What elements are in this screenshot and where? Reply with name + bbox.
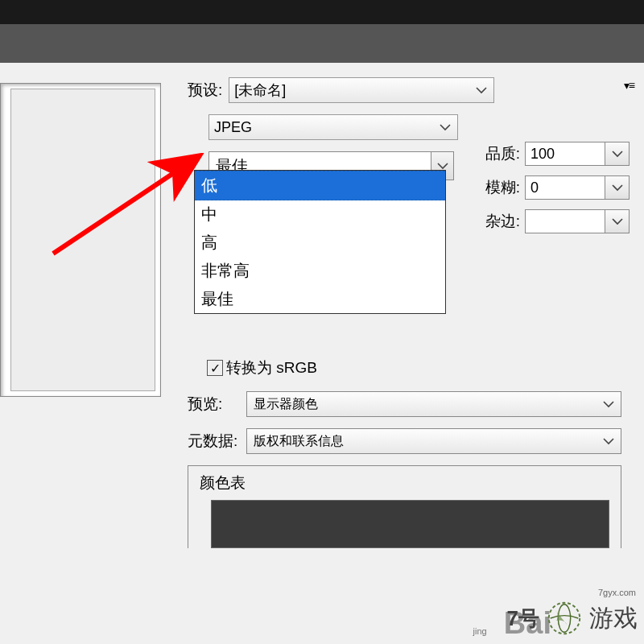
- preview-setting-row: 预览: 显示器颜色: [188, 391, 621, 417]
- chevron-down-icon: [597, 400, 621, 408]
- metadata-row: 元数据: 版权和联系信息: [188, 428, 621, 454]
- panel-menu-icon[interactable]: ▾≡: [624, 79, 634, 92]
- preview-dropdown[interactable]: 显示器颜色: [246, 391, 621, 417]
- preview-value: 显示器颜色: [254, 396, 318, 413]
- quality-option-low[interactable]: 低: [195, 171, 445, 200]
- chevron-down-icon: [597, 437, 621, 445]
- preset-value: [未命名]: [234, 80, 286, 100]
- quality-option-medium[interactable]: 中: [195, 200, 445, 229]
- preview-label: 预览:: [188, 394, 240, 415]
- metadata-value: 版权和联系信息: [254, 433, 344, 450]
- blur-stepper[interactable]: [605, 175, 630, 200]
- svg-point-1: [549, 603, 580, 634]
- window-title-bar: [0, 0, 644, 24]
- preset-label: 预设:: [188, 80, 222, 101]
- format-value: JPEG: [214, 119, 252, 136]
- watermark-7gyx: 7号 游戏 7gyx.com jing: [507, 599, 638, 638]
- watermark-cn-text: 游戏: [589, 602, 638, 635]
- watermark-num: 7号: [507, 605, 539, 633]
- matte-row: 杂边:: [480, 209, 630, 233]
- settings-panel: ▾≡ 预设: [未命名] JPEG 最佳: [173, 63, 644, 644]
- format-row: JPEG: [188, 114, 621, 140]
- format-dropdown[interactable]: JPEG: [208, 114, 458, 140]
- lower-settings: ✓ 转换为 sRGB 预览: 显示器颜色 元数据: 版权和联系信息: [188, 357, 621, 548]
- quality-dropdown-list: 低 中 高 非常高 最佳: [194, 170, 446, 314]
- right-settings-column: 品质: 100 模糊: 0 杂边:: [480, 142, 630, 243]
- blur-label: 模糊:: [480, 177, 520, 198]
- quality-stepper[interactable]: [605, 142, 630, 166]
- matte-color-swatch[interactable]: [525, 209, 605, 233]
- chevron-down-icon: [469, 86, 493, 94]
- preset-row: 预设: [未命名]: [188, 77, 621, 103]
- preset-dropdown[interactable]: [未命名]: [229, 77, 494, 103]
- quality-value-row: 品质: 100: [480, 142, 630, 166]
- quality-input[interactable]: 100: [525, 142, 605, 166]
- preview-frame: [0, 83, 161, 397]
- quality-label: 品质:: [480, 143, 520, 164]
- color-table-label: 颜色表: [200, 473, 621, 493]
- quality-option-high[interactable]: 高: [195, 229, 445, 257]
- watermark-sub: jing: [473, 626, 487, 636]
- chevron-down-icon: [433, 123, 457, 131]
- blur-input[interactable]: 0: [525, 175, 605, 200]
- preview-pane: [0, 63, 173, 644]
- metadata-dropdown[interactable]: 版权和联系信息: [246, 428, 621, 454]
- watermark-url: 7gyx.com: [598, 588, 636, 597]
- main-content: ▾≡ 预设: [未命名] JPEG 最佳: [0, 63, 644, 644]
- convert-srgb-checkbox[interactable]: ✓: [207, 360, 223, 376]
- app-toolbar: [0, 24, 644, 63]
- metadata-label: 元数据:: [188, 431, 240, 452]
- convert-srgb-label: 转换为 sRGB: [226, 357, 317, 378]
- matte-label: 杂边:: [480, 211, 520, 232]
- quality-option-veryhigh[interactable]: 非常高: [195, 257, 445, 285]
- color-table-section: 颜色表: [188, 465, 621, 548]
- globe-icon: [539, 599, 589, 638]
- quality-option-best[interactable]: 最佳: [195, 285, 445, 313]
- preview-image-area[interactable]: [10, 89, 155, 391]
- color-table-preview: [211, 500, 609, 548]
- blur-row: 模糊: 0: [480, 175, 630, 200]
- convert-srgb-row: ✓ 转换为 sRGB: [207, 357, 621, 378]
- matte-dropdown[interactable]: [605, 209, 630, 233]
